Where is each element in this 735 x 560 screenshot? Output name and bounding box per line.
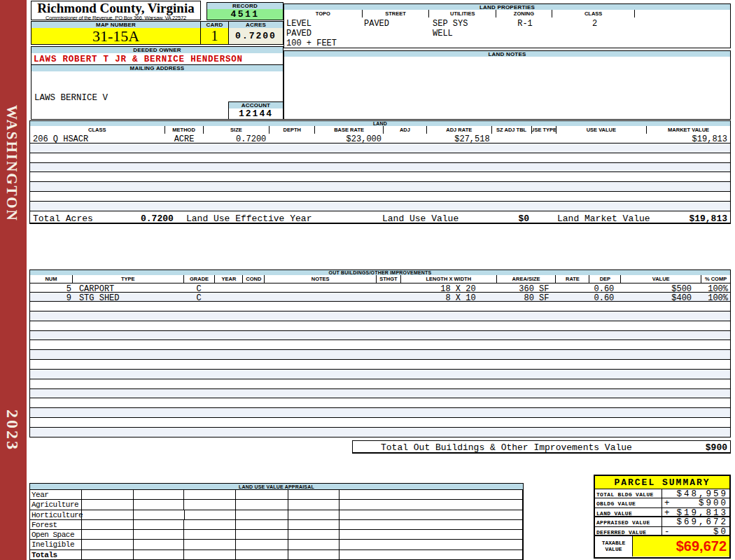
land-use-row-label: Ineligible [30,540,82,549]
tax-year: 2023 [3,410,22,451]
land-empty-row [29,192,731,202]
land-use-cell [184,550,236,559]
taxable-value-label: TAXABLE VALUE [595,536,633,556]
parcel-summary-rows: TOTAL BLDG VALUE$48,959OBLDG VALUE+$900L… [595,489,729,536]
land-use-cell [82,530,134,539]
out-building-empty-row [29,302,731,312]
land-totals-row: Total Acres 0.7200 Land Use Effective Ye… [29,211,731,224]
land-use-cell [340,550,523,559]
zoning-value: R-1 [497,19,553,29]
land-use-row: Forest [29,520,524,530]
land-use-row: Ineligible [29,540,524,550]
out-buildings-column-header: % COMP [701,275,730,283]
district-name: WASHINGTON [3,105,20,222]
land-column-header: BASE RATE [315,126,384,134]
out-building-row: 5CARPORTC18 X 20360 SF0.60$500100% [29,284,731,293]
table-cell: $27,518 [427,134,492,143]
land-properties-column-header: CLASS [552,10,636,18]
table-cell: CARPORT [73,284,184,292]
table-cell: STG SHED [73,293,184,301]
table-cell [377,293,401,301]
land-use-cell [288,540,340,549]
topo-values: LEVEL PAVED 100 + FEET [286,19,337,48]
out-building-row: 9STG SHEDC8 X 1080 SF0.60$400100% [29,293,731,302]
land-column-header: DEPTH [270,126,315,134]
land-use-cell [340,490,523,499]
table-cell [532,134,556,143]
out-buildings-column-header: VALUE [621,275,701,283]
land-use-cell [134,490,185,499]
land-use-row-label: Year [30,490,82,499]
land-use-cell [184,500,236,509]
parcel-summary-row-label: DEFERRED VALUE [595,527,662,535]
land-use-cell [184,490,236,499]
parcel-summary-amount: $69,672 [676,517,728,527]
parcel-summary-amount: $0 [713,527,728,537]
land-use-value: $0 [492,214,529,224]
out-building-empty-row [29,350,731,360]
land-use-cell [134,500,185,509]
table-cell: C [184,293,216,301]
table-cell [243,284,265,292]
parcel-summary-row-value: +$900 [662,498,729,507]
table-cell: 80 SF [497,293,556,301]
land-use-cell [82,510,134,519]
parcel-summary-operator: - [664,527,670,537]
land-column-header: CLASS [30,126,165,134]
table-cell: C [184,284,216,292]
table-cell: 18 X 20 [401,284,497,292]
deeded-owner-value: LAWS ROBERT T JR & BERNICE HENDERSON [31,53,284,65]
land-empty-row [29,182,731,192]
land-use-row-label: Agriculture [30,500,82,509]
land-market-value: $19,813 [689,214,727,224]
land-use-cell [134,550,185,559]
parcel-summary-row-label: TOTAL BLDG VALUE [595,489,662,498]
parcel-summary-amount: $900 [699,498,728,508]
parcel-summary-row: APPRAISED VALUE$69,672 [595,517,729,526]
parcel-summary-row-label: OBLDG VALUE [595,498,662,507]
parcel-summary: PARCEL SUMMARY TOTAL BLDG VALUE$48,959OB… [594,475,731,559]
out-buildings-body: 5CARPORTC18 X 20360 SF0.60$500100%9STG S… [29,284,731,438]
parcel-summary-row-value: $48,959 [662,489,729,498]
total-acres-value: 0.7200 [141,214,174,224]
county-title: Richmond County, Virginia [31,1,200,15]
land-use-cell [236,550,288,559]
out-buildings-total-row: Total Out Buildings & Other Improvements… [352,440,731,454]
land-properties-column-header: UTILITIES [429,10,496,18]
land-column-header: MARKET VALUE [647,126,730,134]
land-column-header: USE VALUE [556,126,648,134]
land-use-row-label: Totals [30,550,82,559]
out-buildings-column-header: TYPE [73,275,184,283]
table-cell: 206 Q HSACR [30,134,165,143]
out-buildings-columns: NUMTYPEGRADEYEARCONDNOTESSTHGTLENGTH X W… [29,275,731,284]
land-use-cell [134,520,185,529]
property-record-card: { "county": { "title": "Richmond County,… [0,0,735,560]
land-data-row: 206 Q HSACRACRE0.7200$23,000$27,518$19,8… [29,134,731,144]
land-use-cell [236,500,288,509]
table-cell: 8 X 10 [401,293,497,301]
out-buildings-column-header: YEAR [215,275,243,283]
land-use-cell [288,520,340,529]
out-buildings-column-header: RATE [556,275,589,283]
land-use-row: Open Space [29,530,524,540]
land-use-cell [340,540,523,549]
land-use-row: Totals [29,550,524,560]
out-building-empty-row [29,379,731,389]
out-building-empty-row [29,312,731,321]
land-column-header: SZ ADJ TBL [492,126,532,134]
county-subtitle: Commissioner of the Revenue, PO Box 366,… [31,15,200,21]
utilities-values: SEP SYS WELL [433,19,468,38]
land-notes-area [284,57,731,120]
out-buildings-column-header: DEP [589,275,621,283]
out-buildings-total-value: $900 [706,442,727,453]
taxable-value-row: TAXABLE VALUE $69,672 [595,536,729,556]
land-use-cell [340,500,523,509]
acres-value: 0.7200 [228,28,284,45]
parcel-summary-row: DEFERRED VALUE-$0 [595,527,729,536]
out-building-empty-row [29,360,731,370]
table-cell: $23,000 [315,134,384,143]
parcel-summary-row-label: APPRAISED VALUE [595,517,662,526]
land-use-row: Horticulture [29,510,524,520]
land-use-value-label: Land Use Value [382,214,458,224]
table-cell [556,284,589,292]
